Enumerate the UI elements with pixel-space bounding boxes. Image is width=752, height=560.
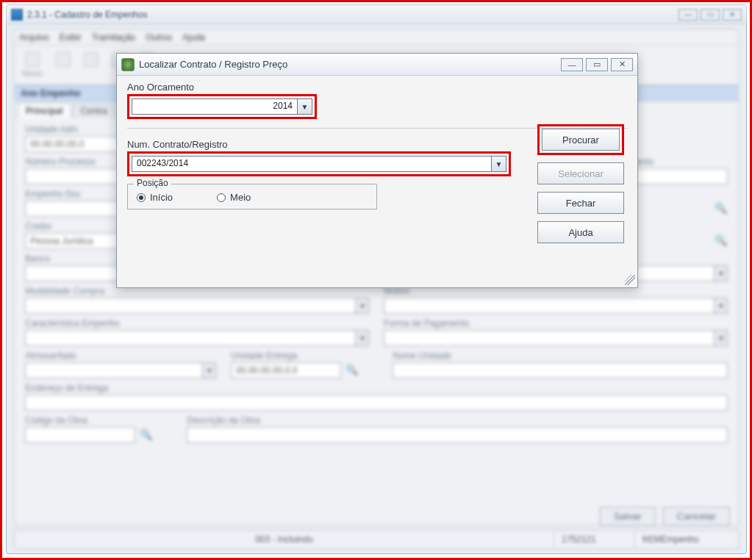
menu-bar: Arquivo Exibir Tramitação Outros Ajuda — [15, 29, 738, 46]
procurar-highlight: Procurar — [537, 124, 624, 155]
lbl-caracteristica: Característica Empenho — [25, 318, 369, 329]
toolbar-novo[interactable]: Novo — [22, 52, 43, 79]
tab-principal[interactable]: Principal — [18, 103, 71, 118]
lbl-codigo-obra: Código da Obra — [25, 415, 172, 426]
drop-almoxarifado[interactable]: ▾ — [25, 362, 216, 378]
lbl-endereco: Endereço de Entrega — [25, 383, 728, 393]
main-window-title: 2.3.1 - Cadastro de Empenhos — [27, 10, 147, 20]
contrato-dropdown[interactable]: 002243/2014 ▼ — [132, 156, 506, 172]
drop-forma-pag[interactable]: ▾ — [384, 330, 728, 346]
radio-inicio-label: Início — [150, 192, 173, 203]
ano-orcamento-label: Ano Orcamento — [127, 82, 627, 93]
lbl-forma-pag: Forma de Pagamento — [384, 318, 728, 329]
menu-exibir[interactable]: Exibir — [60, 32, 82, 43]
app-icon — [11, 9, 23, 21]
minimize-icon[interactable]: — — [678, 9, 698, 21]
menu-ajuda[interactable]: Ajuda — [182, 32, 205, 43]
drop-caracteristica[interactable]: ▾ — [25, 330, 369, 346]
ano-orcamento-value: 2014 — [132, 99, 297, 114]
dialog-close-button[interactable]: ✕ — [611, 58, 633, 71]
toolbar-novo-label: Novo — [22, 68, 43, 79]
dialog-icon — [121, 58, 135, 71]
salvar-button[interactable]: Salvar — [600, 507, 656, 525]
radio-inicio[interactable]: Início — [137, 192, 173, 203]
lbl-nome-unidade: Nome Unidade — [393, 351, 728, 361]
procurar-button[interactable]: Procurar — [542, 129, 620, 151]
input-descricao-obra[interactable] — [187, 427, 728, 443]
new-icon — [25, 52, 40, 67]
search-icon-ue[interactable]: 🔍 — [344, 362, 359, 377]
dialog-title: Localizar Contrato / Registro Preço — [139, 59, 287, 70]
lbl-descricao-obra: Descrição da Obra — [187, 415, 728, 426]
resize-grip-icon[interactable] — [625, 275, 635, 285]
radio-meio[interactable]: Meio — [217, 192, 251, 203]
posicao-legend: Posição — [134, 178, 171, 188]
selecionar-button: Selecionar — [537, 162, 624, 184]
menu-tramitacao[interactable]: Tramitação — [92, 32, 136, 43]
toolbar-btn-2[interactable] — [56, 52, 71, 79]
radio-dot-icon — [217, 193, 226, 202]
input-nome-unidade[interactable] — [393, 362, 728, 378]
menu-arquivo[interactable]: Arquivo — [19, 32, 49, 43]
status-bar: 003 - Incluindo 1752121 frEMEmpenho — [14, 530, 739, 549]
radio-dot-icon — [137, 193, 146, 202]
input-codigo-obra[interactable] — [25, 427, 135, 443]
dialog-maximize-button[interactable]: ▭ — [586, 58, 608, 71]
status-right: frEMEmpenho — [635, 531, 738, 548]
dialog-body: Ano Orcamento 2014 ▼ Num. Contrato/Regis… — [117, 76, 637, 287]
ano-highlight: 2014 ▼ — [127, 94, 317, 119]
ajuda-button[interactable]: Ajuda — [537, 221, 624, 243]
search-icon-obra[interactable]: 🔍 — [138, 427, 153, 442]
cancelar-button[interactable]: Cancelar — [663, 507, 730, 525]
radio-meio-label: Meio — [230, 192, 251, 203]
dialog-minimize-button[interactable]: — — [561, 58, 583, 71]
lbl-almoxarifado: Almoxarifado — [25, 351, 216, 361]
dialog-window-controls: — ▭ ✕ — [561, 58, 633, 71]
chevron-down-icon[interactable]: ▼ — [491, 157, 506, 171]
posicao-group: Posição Início Meio — [127, 184, 377, 209]
drop-motivo[interactable]: ▾ — [384, 298, 728, 314]
dialog-localizar-contrato: Localizar Contrato / Registro Preço — ▭ … — [116, 53, 638, 288]
contrato-highlight: 002243/2014 ▼ — [127, 151, 511, 176]
fechar-button[interactable]: Fechar — [537, 192, 624, 214]
dialog-button-column: Procurar Selecionar Fechar Ajuda — [537, 124, 624, 243]
main-window-controls: — ▭ ✕ — [678, 9, 742, 21]
search-icon-2[interactable]: 🔍 — [713, 233, 728, 248]
ano-orcamento-dropdown[interactable]: 2014 ▼ — [132, 98, 312, 115]
tab-contrato[interactable]: Contra — [73, 103, 115, 118]
chevron-down-icon[interactable]: ▼ — [297, 99, 312, 114]
bottom-buttons: Salvar Cancelar — [600, 507, 730, 525]
search-icon[interactable]: 🔍 — [713, 201, 728, 215]
maximize-icon[interactable]: ▭ — [701, 9, 720, 21]
menu-outros[interactable]: Outros — [146, 32, 172, 43]
drop-modalidade[interactable]: ▾ — [25, 298, 369, 314]
lbl-unidade-entrega: Unidade Entrega — [231, 351, 378, 361]
input-endereco[interactable] — [25, 395, 728, 411]
contrato-value: 002243/2014 — [132, 157, 491, 171]
input-unidade-entrega[interactable]: 00.00.00.00.0.0 — [231, 362, 341, 378]
dialog-title-bar[interactable]: Localizar Contrato / Registro Preço — ▭ … — [117, 54, 637, 76]
close-icon[interactable]: ✕ — [723, 9, 742, 21]
status-center: 003 - Incluindo — [15, 531, 554, 548]
main-title-bar: 2.3.1 - Cadastro de Empenhos — ▭ ✕ — [7, 5, 746, 24]
status-num: 1752121 — [554, 531, 635, 548]
toolbar-btn-3[interactable] — [84, 52, 99, 79]
